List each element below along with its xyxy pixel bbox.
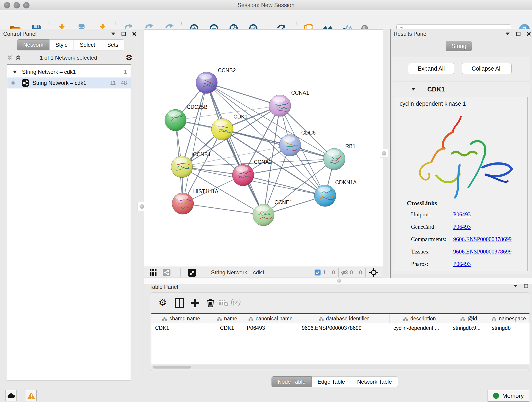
horizontal-splitter-handle[interactable] xyxy=(337,279,341,283)
network-node[interactable]: CDC25B xyxy=(165,104,208,131)
table-horizontal-scrollbar[interactable] xyxy=(152,365,530,369)
crosslink-link[interactable]: P06493 xyxy=(453,261,471,267)
control-panel-title: Control Panel xyxy=(3,31,36,37)
right-splitter-handle[interactable] xyxy=(380,149,388,158)
crosslink-link[interactable]: P06493 xyxy=(453,224,471,230)
network-collection-row[interactable]: String Network – cdk1 1 xyxy=(7,66,131,77)
crosslink-link[interactable]: 9606.ENSP00000378699 xyxy=(453,236,512,242)
memory-button[interactable]: Memory xyxy=(488,390,529,402)
network-share-icon[interactable] xyxy=(162,268,171,277)
tab-edge-table[interactable]: Edge Table xyxy=(312,376,351,387)
node-label: CDK1 xyxy=(234,114,247,120)
crosslink-row: Uniprot:P06493 xyxy=(395,208,527,221)
function-builder-icon: f(x) xyxy=(230,298,241,306)
center-view-icon[interactable] xyxy=(369,268,378,277)
column-type-icon xyxy=(403,317,408,321)
crosslink-link[interactable]: P06493 xyxy=(453,211,471,218)
protein-structure-image xyxy=(402,110,521,199)
network-node[interactable]: CDC6 xyxy=(279,130,316,156)
network-label: String Network – cdk1 xyxy=(32,80,86,86)
float-panel-icon[interactable] xyxy=(121,31,127,37)
scrollbar-thumb[interactable] xyxy=(153,366,191,369)
node-table: shared namenamecanonical namedatabase id… xyxy=(152,313,530,364)
node-label: CCNA2 xyxy=(254,159,272,165)
delete-column-icon[interactable] xyxy=(205,298,216,308)
close-panel-icon[interactable] xyxy=(132,31,137,37)
table-header-row: shared namenamecanonical namedatabase id… xyxy=(152,313,530,323)
node-label: CDKN1A xyxy=(335,179,357,185)
network-node[interactable]: RB1 xyxy=(323,143,355,170)
expand-all-button[interactable]: Expand All xyxy=(408,63,454,74)
crosslink-row: Tissues:9606.ENSP00000378699 xyxy=(395,245,527,258)
column-header-namespace[interactable]: namespace xyxy=(488,314,530,323)
node-label: CDC6 xyxy=(301,130,316,136)
float-panel-icon[interactable] xyxy=(515,31,521,37)
table-options-gear-icon[interactable]: ⚙ xyxy=(158,298,169,308)
current-network-name: String Network – cdk1 xyxy=(211,267,265,278)
column-header-canonical-name[interactable]: canonical name xyxy=(243,314,298,323)
left-splitter-handle[interactable] xyxy=(138,202,146,211)
tab-string[interactable]: String xyxy=(446,41,472,51)
collection-expand-icon[interactable] xyxy=(13,70,17,73)
network-status-dot xyxy=(12,81,15,85)
grid-view-icon[interactable] xyxy=(149,268,157,277)
network-canvas[interactable]: CCNB2CCNA1CDC25BCDK1CDC6RB1CCNB1CCNA2CDK… xyxy=(144,29,383,267)
add-column-icon[interactable] xyxy=(190,298,200,308)
crosslink-link[interactable]: 9606.ENSP00000378699 xyxy=(453,249,512,255)
warning-status-icon[interactable] xyxy=(26,390,37,401)
network-node[interactable]: CCNB1 xyxy=(171,152,211,178)
results-panel-title: Results Panel xyxy=(394,31,428,37)
gene-description: cyclin-dependent kinase 1 xyxy=(399,100,466,107)
table-cell: CDK1 xyxy=(152,325,211,331)
cytoscape-window: Session: New Session xyxy=(0,0,532,402)
tab-network[interactable]: Network xyxy=(17,39,50,51)
tab-sets[interactable]: Sets xyxy=(101,39,124,51)
selected-checkbox-icon[interactable] xyxy=(315,269,321,275)
main-toolbar: ? xyxy=(0,10,532,29)
float-panel-icon[interactable] xyxy=(523,283,529,289)
tab-select[interactable]: Select xyxy=(74,39,101,51)
column-header-description[interactable]: description xyxy=(390,314,449,323)
network-node[interactable]: CDKN1A xyxy=(314,179,357,206)
toolbar-separator xyxy=(180,268,181,277)
show-columns-icon[interactable] xyxy=(174,298,185,308)
network-list: String Network – cdk1 1 String Network –… xyxy=(7,64,131,380)
tab-node-table[interactable]: Node Table xyxy=(272,376,312,387)
network-node[interactable]: CCNA1 xyxy=(269,90,309,116)
column-header-@id[interactable]: @id xyxy=(449,314,488,323)
collapse-all-button[interactable]: Collapse All xyxy=(462,63,512,74)
gene-symbol: CDK1 xyxy=(427,82,445,97)
network-node[interactable]: CDK1 xyxy=(211,114,247,140)
tab-style[interactable]: Style xyxy=(50,39,74,51)
delete-table-icon xyxy=(219,299,230,310)
close-panel-icon[interactable] xyxy=(526,31,532,37)
network-selection-summary: 1 of 1 Network selected xyxy=(0,53,137,63)
window-title: Session: New Session xyxy=(0,0,532,10)
panel-menu-icon[interactable] xyxy=(513,283,518,289)
node-label: CDC25B xyxy=(187,104,208,110)
node-label: HIST1H1A xyxy=(193,188,219,194)
crosslink-label: Tissues: xyxy=(411,249,453,255)
network-options-gear-icon[interactable]: ⚙ xyxy=(126,54,133,61)
table-row[interactable]: CDK1CDK1P064939606.ENSP00000378699cyclin… xyxy=(152,323,530,332)
node-label: CCNB2 xyxy=(218,67,236,73)
tab-network-table[interactable]: Network Table xyxy=(351,376,398,387)
toolbar-separator xyxy=(365,268,366,277)
collapse-gene-icon[interactable] xyxy=(411,88,415,90)
crosslink-row: GeneCard:P06493 xyxy=(395,221,527,233)
toolbar-separator xyxy=(338,268,339,277)
column-type-icon xyxy=(162,317,167,321)
column-header-name[interactable]: name xyxy=(211,314,243,323)
column-header-database-identifier[interactable]: database identifier xyxy=(298,314,390,323)
network-node[interactable]: HIST1H1A xyxy=(172,188,219,214)
cloud-status-icon[interactable] xyxy=(6,390,17,401)
panel-menu-icon[interactable] xyxy=(505,31,510,37)
column-header-shared-name[interactable]: shared name xyxy=(152,314,211,323)
hidden-node-edge-counts: 0 – 0 xyxy=(350,267,362,278)
birdseye-view-icon[interactable] xyxy=(188,268,196,277)
network-row-selected[interactable]: String Network – cdk1 11 48 xyxy=(7,77,131,89)
panel-menu-icon[interactable] xyxy=(110,31,116,37)
table-cell: CDK1 xyxy=(211,325,243,331)
network-edge-count: 48 xyxy=(121,80,127,86)
table-cell: stringdb:9... xyxy=(449,325,488,331)
